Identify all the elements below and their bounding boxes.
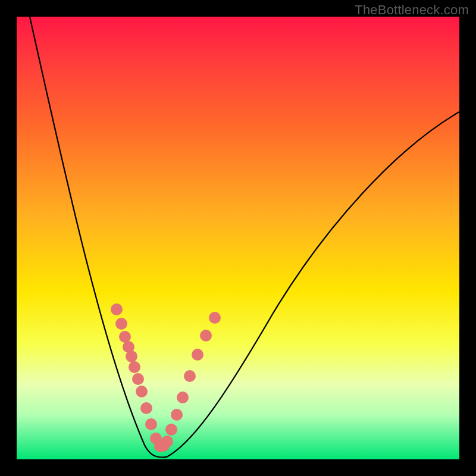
bottleneck-curve bbox=[30, 17, 459, 458]
data-point-marker bbox=[209, 312, 221, 324]
data-point-marker bbox=[184, 370, 196, 382]
data-point-marker bbox=[119, 331, 131, 343]
plot-area bbox=[17, 17, 459, 459]
data-point-marker bbox=[171, 409, 183, 421]
chart-frame: TheBottleneck.com bbox=[0, 0, 476, 476]
data-point-marker bbox=[111, 303, 123, 315]
curve-layer bbox=[17, 17, 459, 459]
data-point-marker bbox=[192, 349, 203, 361]
data-point-marker bbox=[161, 436, 173, 447]
data-point-marker bbox=[165, 424, 177, 436]
data-point-marker bbox=[145, 418, 157, 430]
data-point-marker bbox=[140, 402, 152, 414]
watermark-text: TheBottleneck.com bbox=[355, 2, 469, 18]
data-point-marker bbox=[126, 350, 137, 362]
data-point-marker bbox=[115, 318, 127, 330]
data-point-marker bbox=[136, 386, 148, 397]
data-point-marker bbox=[177, 392, 189, 403]
data-point-marker bbox=[200, 330, 212, 342]
data-point-marker bbox=[132, 373, 144, 385]
marker-group bbox=[111, 303, 221, 452]
data-point-marker bbox=[129, 361, 140, 373]
